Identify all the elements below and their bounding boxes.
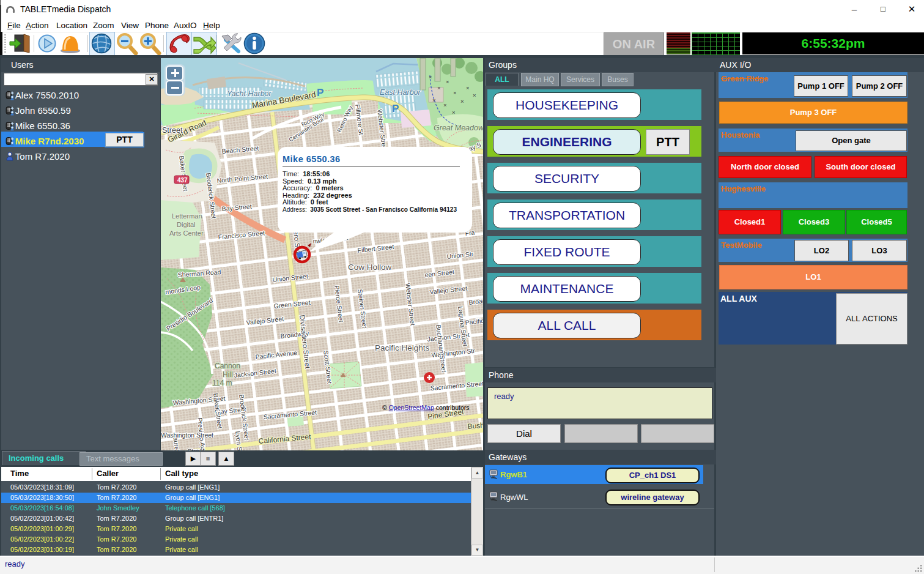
svg-text:114 m: 114 m [212, 379, 232, 387]
svg-text:Arts Center: Arts Center [169, 229, 204, 237]
svg-text:×: × [429, 73, 432, 80]
svg-text:Digital: Digital [177, 221, 196, 228]
svg-text:Address: 3035 Scott Street -: Address: 3035 Scott Street - San Francis… [283, 206, 457, 213]
svg-text:Time: 18:55:06: Time: 18:55:06 [283, 170, 330, 177]
svg-text:Heading: 232 degrees: Heading: 232 degrees [283, 192, 352, 199]
svg-text:Broad: Broad [468, 297, 483, 306]
svg-text:×: × [466, 84, 470, 91]
svg-text:×: × [443, 102, 447, 108]
svg-text:Yacht Harbor: Yacht Harbor [227, 89, 272, 98]
svg-text:×: × [452, 109, 456, 116]
svg-text:© OpenStreetMap contributors: © OpenStreetMap contributors [382, 404, 470, 411]
svg-text:437: 437 [177, 177, 188, 184]
svg-text:×: × [432, 97, 436, 103]
svg-text:Cow Hollow: Cow Hollow [348, 263, 392, 272]
svg-text:Pacific Heights: Pacific Heights [375, 343, 430, 352]
svg-text:Hill: Hill [223, 370, 233, 379]
svg-text:Bush S: Bush S [467, 420, 483, 431]
svg-text:Mike 6550.36: Mike 6550.36 [283, 154, 341, 164]
svg-text:Great Meadow: Great Meadow [434, 124, 483, 132]
svg-text:×: × [446, 78, 449, 85]
svg-text:×: × [460, 98, 464, 105]
svg-text:Speed: 0.13 mph: Speed: 0.13 mph [283, 177, 337, 185]
svg-text:Altitude: 0 feet: Altitude: 0 feet [283, 198, 328, 206]
svg-text:Cannon: Cannon [215, 362, 240, 370]
svg-text:×: × [453, 89, 457, 96]
svg-text:Washington Street: Washington Street [161, 431, 213, 439]
svg-text:East Harbor: East Harbor [380, 88, 421, 97]
svg-text:Street: Street [162, 126, 183, 135]
svg-text:×: × [437, 84, 441, 91]
svg-text:P: P [317, 87, 323, 99]
svg-text:P: P [392, 103, 399, 114]
svg-text:Letterman: Letterman [172, 212, 202, 220]
svg-text:×: × [473, 92, 476, 99]
svg-text:Accuracy: 0 meters: Accuracy: 0 meters [283, 184, 344, 192]
